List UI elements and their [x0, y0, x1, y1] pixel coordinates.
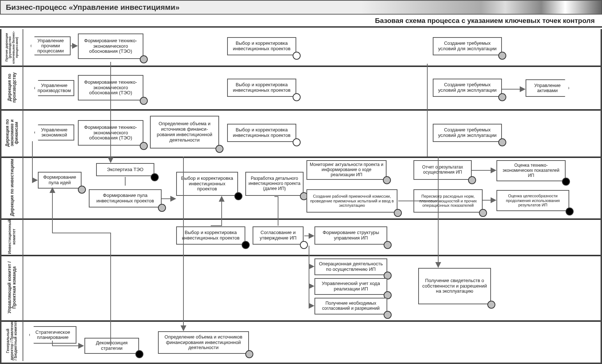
act-approve-ip: Согласование и утверждение ИП — [253, 226, 304, 245]
act-norms: Пересмотр расходных норм, плановых мощно… — [413, 189, 483, 213]
control-gray-icon — [479, 209, 487, 217]
control-black-icon — [562, 178, 570, 186]
lane-label-4: Дирекция по инвестициям — [1, 157, 23, 218]
lane-gm-board: Генеральный директор / Правление / Бюдже… — [1, 320, 601, 361]
page-title: Бизнес-процесс «Управление инвестициями» — [6, 3, 179, 12]
control-gray-icon — [215, 145, 223, 153]
act-acct: Управленческий учет хода реализации ИП — [314, 278, 387, 295]
lane-steering-team: Управляющий комитет / Проектная команда … — [1, 255, 601, 320]
act-structure-ip: Формирование структуры управления ИП — [314, 226, 387, 245]
act-perm: Получение необходимых согласований и раз… — [314, 298, 387, 314]
act-fin-1: Определение объема и источников финанси-… — [150, 116, 219, 149]
control-gray-icon — [468, 176, 476, 184]
lane-label-text: Дирекция по экономике и финансам — [5, 109, 19, 157]
act-sel-5: Выбор и корректировка инвестиционных про… — [176, 226, 245, 245]
control-gray-icon — [158, 204, 166, 212]
control-white-icon — [293, 138, 301, 146]
lane-label-text: Инвестиционный комитет — [8, 218, 16, 255]
lane-other-dirs: Прочие дирекции (руководство ключевыми б… — [1, 29, 601, 66]
control-white-icon — [293, 52, 301, 60]
act-sel-1: Выбор и корректировка инвестиционных про… — [227, 37, 296, 55]
event-strat-plan: Стратегическое планирование — [29, 326, 76, 344]
control-gray-icon — [394, 209, 402, 217]
act-cond-2: Создание требуемых условий для эксплуата… — [433, 79, 502, 97]
control-gray-icon — [384, 311, 392, 319]
subtitle: Базовая схема процесса с указанием ключе… — [0, 17, 602, 28]
act-sel-4: Выбор и корректировка инвестиционных про… — [176, 172, 238, 196]
lane-label-1: Прочие дирекции (руководство ключевыми б… — [1, 29, 23, 66]
control-gray-icon — [383, 176, 391, 184]
control-white-icon — [293, 93, 301, 101]
lane-label-5: Инвестиционный комитет — [1, 218, 23, 255]
act-sel-3: Выбор и корректировка инвестиционных про… — [227, 124, 296, 142]
swimlane-grid: Прочие дирекции (руководство ключевыми б… — [0, 29, 602, 364]
act-detail-ip: Разработка детального инвестиционного пр… — [245, 172, 304, 196]
act-monitoring: Мониторинг актуальности проекта и информ… — [306, 160, 387, 180]
control-black-icon — [135, 350, 143, 358]
act-sel-2: Выбор и корректировка инвестиционных про… — [227, 79, 296, 97]
control-gray-icon — [487, 301, 495, 309]
lane-label-3: Дирекция по экономике и финансам — [1, 109, 23, 157]
title-bar: Бизнес-процесс «Управление инвестициями» — [0, 0, 602, 15]
lane-label-7: Генеральный директор / Правление / Бюдже… — [1, 320, 23, 361]
act-commission: Создание рабочей приемочной комиссии, пр… — [306, 189, 397, 213]
act-cond-3: Создание требуемых условий для эксплуата… — [433, 124, 502, 142]
act-cond-1: Создание требуемых условий для эксплуата… — [433, 37, 502, 55]
event-assets: Управление активами — [526, 79, 569, 97]
lane-label-2: Дирекция по производству — [1, 66, 23, 109]
control-gray-icon — [78, 186, 86, 194]
act-eval-feas: Оценка целесообразности продолжения испо… — [496, 190, 569, 211]
act-teo-1: Формирование технико-экономического обос… — [78, 33, 143, 59]
lane-invest-committee: Инвестиционный комитет Выбор и корректир… — [1, 218, 601, 255]
lane-production: Дирекция по производству Управление прои… — [1, 66, 601, 109]
event-economy: Управление экономикой — [34, 124, 74, 141]
lane-label-text: Дирекция по инвестициям — [10, 159, 15, 216]
subtitle-text: Базовая схема процесса с указанием ключе… — [375, 17, 595, 24]
control-black-icon — [151, 173, 159, 181]
control-black-icon — [566, 207, 574, 215]
control-black-icon — [242, 241, 250, 249]
lane-label-text: Управляющий комитет / Проектная команда — [7, 255, 16, 320]
act-eval-tech: Оценка технико-экономических показателей… — [496, 160, 566, 181]
act-pool-ideas: Формирование пула идей — [38, 172, 82, 189]
control-gray-icon — [140, 142, 148, 150]
act-exp-teo: Экспертиза ТЭО — [96, 163, 154, 176]
control-gray-icon — [245, 350, 253, 358]
control-gray-icon — [140, 55, 148, 63]
event-other-proc: Управление прочими процессами — [31, 36, 71, 55]
act-report: Отчет о результатах осуществления ИП — [413, 160, 472, 180]
act-oper: Операционная деятельность по осуществлен… — [314, 258, 387, 275]
act-fin-2: Определение объема и источников финансир… — [158, 331, 249, 354]
event-production: Управление производством — [34, 80, 74, 96]
lane-label-text: Прочие дирекции (руководство ключевыми б… — [5, 29, 19, 66]
lane-econ-fin: Дирекция по экономике и финансам Управле… — [1, 109, 601, 157]
lane-label-text: Дирекция по производству — [7, 66, 16, 109]
control-white-icon — [300, 241, 308, 249]
act-teo-3: Формирование технико-экономического обос… — [78, 120, 143, 146]
act-cert: Получение свидетельств о собственности и… — [418, 268, 491, 304]
lane-label-6: Управляющий комитет / Проектная команда — [1, 255, 23, 320]
control-gray-icon — [140, 97, 148, 105]
control-gray-icon — [498, 138, 506, 146]
control-gray-icon — [498, 52, 506, 60]
control-gray-icon — [384, 241, 392, 249]
lane-investment-dir: Дирекция по инвестициям Формирование пул… — [1, 157, 601, 218]
act-teo-2: Формирование технико-экономического обос… — [78, 75, 143, 100]
lane-label-text: Генеральный директор / Правление / Бюдже… — [6, 320, 18, 361]
act-pool-proj: Формирование пула инвестиционных проекто… — [89, 189, 162, 207]
act-decompose: Декомпозиция стратегии — [84, 338, 139, 354]
control-gray-icon — [498, 93, 506, 101]
control-black-icon — [234, 192, 242, 200]
